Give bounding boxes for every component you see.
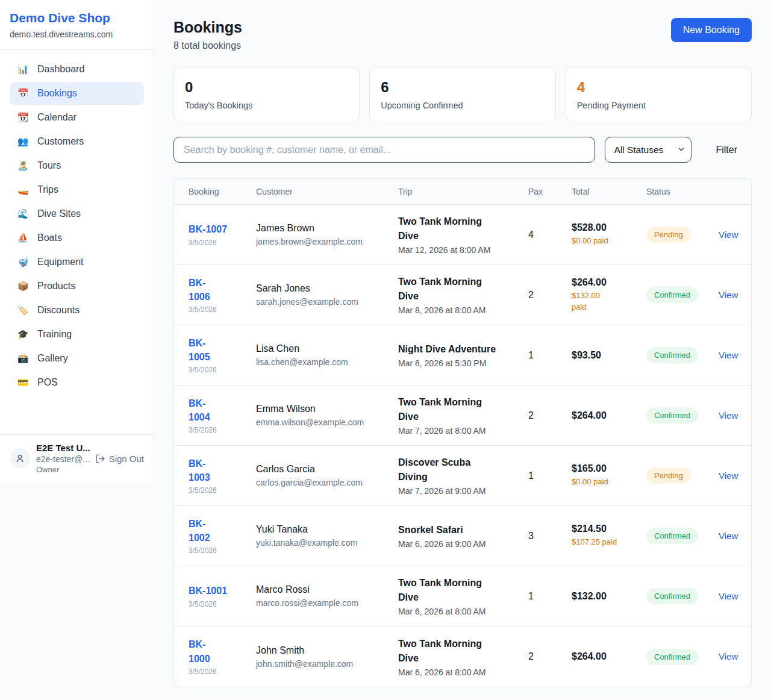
- sidebar-item-customers[interactable]: 👥Customers: [10, 130, 144, 153]
- sidebar-item-products[interactable]: 📦Products: [10, 275, 144, 298]
- sidebar-item-training[interactable]: 🎓Training: [10, 323, 144, 346]
- trip-datetime: Mar 7, 2026 at 9:00 AM: [398, 486, 510, 496]
- booking-created-date: 3/5/2026: [189, 600, 238, 608]
- bookings-icon: 📅: [17, 88, 29, 99]
- status-cell: Pending: [632, 467, 704, 484]
- booking-cell: BK- 10063/5/2026: [174, 276, 242, 314]
- actions-cell: View: [704, 230, 751, 240]
- stat-label: Upcoming Confirmed: [381, 101, 544, 110]
- sidebar-item-equipment[interactable]: 🤿Equipment: [10, 251, 144, 273]
- view-link[interactable]: View: [719, 230, 738, 240]
- table-row: BK- 10053/5/2026Lisa Chenlisa.chen@examp…: [174, 325, 751, 386]
- equipment-icon: 🤿: [17, 257, 29, 267]
- status-cell: Confirmed: [632, 347, 704, 363]
- sidebar-item-bookings[interactable]: 📅Bookings: [10, 82, 144, 105]
- booking-id-link[interactable]: BK- 1005: [189, 336, 238, 364]
- view-link[interactable]: View: [719, 470, 738, 481]
- sidebar-item-gallery[interactable]: 📸Gallery: [10, 347, 144, 370]
- status-filter-select[interactable]: All Statuses: [605, 137, 691, 163]
- customer-email: marco.rossi@example.com: [256, 598, 380, 608]
- boats-icon: ⛵: [17, 233, 29, 243]
- status-cell: Confirmed: [632, 287, 704, 303]
- customer-cell: John Smithjohn.smith@example.com: [242, 645, 384, 669]
- sidebar-item-pos[interactable]: 💳POS: [10, 371, 144, 394]
- trip-cell: Two Tank Morning DiveMar 7, 2026 at 8:00…: [384, 395, 514, 436]
- booking-cell: BK- 10003/5/2026: [174, 637, 242, 675]
- trip-name: Snorkel Safari: [398, 523, 510, 537]
- trip-name: Two Tank Morning Dive: [398, 395, 510, 424]
- customer-email: james.brown@example.com: [256, 237, 380, 246]
- page-title: Bookings: [173, 18, 242, 36]
- status-cell: Confirmed: [632, 588, 704, 604]
- column-header-status: Status: [632, 187, 704, 196]
- sidebar-item-boats[interactable]: ⛵Boats: [10, 227, 144, 249]
- shop-name[interactable]: Demo Dive Shop: [10, 11, 144, 25]
- booking-id-link[interactable]: BK-1001: [189, 584, 238, 598]
- trip-name: Two Tank Morning Dive: [398, 275, 510, 304]
- view-link[interactable]: View: [719, 410, 738, 420]
- logo-section: Demo Dive Shop demo.test.divestreams.com: [0, 0, 154, 50]
- view-link[interactable]: View: [719, 651, 738, 661]
- stat-label: Today's Bookings: [185, 101, 348, 110]
- trip-name: Discover Scuba Diving: [398, 455, 510, 484]
- total-cell: $165.00$0.00 paid: [557, 463, 632, 487]
- status-badge: Confirmed: [646, 528, 698, 544]
- booking-id-link[interactable]: BK- 1004: [189, 396, 238, 424]
- filter-button[interactable]: Filter: [701, 137, 752, 163]
- customer-cell: Lisa Chenlisa.chen@example.com: [242, 343, 384, 367]
- table-row: BK-10073/5/2026James Brownjames.brown@ex…: [174, 205, 751, 265]
- table-row: BK- 10023/5/2026Yuki Tanakayuki.tanaka@e…: [174, 506, 751, 566]
- trip-name: Two Tank Morning Dive: [398, 637, 510, 666]
- pax-cell: 2: [514, 651, 557, 662]
- trip-cell: Snorkel SafariMar 6, 2026 at 9:00 AM: [384, 523, 514, 549]
- trip-datetime: Mar 6, 2026 at 8:00 AM: [398, 667, 510, 677]
- sign-out-button[interactable]: Sign Out: [95, 454, 144, 464]
- customer-email: john.smith@example.com: [256, 659, 380, 669]
- view-link[interactable]: View: [719, 531, 738, 541]
- customer-cell: James Brownjames.brown@example.com: [242, 223, 384, 246]
- paid-amount: $0.00 paid: [572, 477, 628, 487]
- booking-id-link[interactable]: BK- 1006: [189, 276, 238, 304]
- customer-name: Emma Wilson: [256, 404, 380, 414]
- customer-name: James Brown: [256, 223, 380, 234]
- sidebar-item-tours[interactable]: 🏝️Tours: [10, 154, 144, 177]
- sidebar-item-dive-sites[interactable]: 🌊Dive Sites: [10, 202, 144, 225]
- avatar: [10, 448, 30, 469]
- user-name: E2E Test U...: [36, 443, 89, 453]
- customer-email: yuki.tanaka@example.com: [256, 538, 380, 548]
- view-link[interactable]: View: [719, 591, 738, 601]
- booking-id-link[interactable]: BK- 1003: [189, 457, 238, 484]
- table-header: BookingCustomerTripPaxTotalStatus: [174, 179, 751, 205]
- status-badge: Pending: [646, 467, 691, 484]
- tours-icon: 🏝️: [17, 160, 29, 171]
- booking-id-link[interactable]: BK- 1002: [189, 517, 238, 545]
- sidebar-item-trips[interactable]: 🚤Trips: [10, 178, 144, 201]
- sidebar-item-label: Products: [37, 281, 75, 292]
- sidebar-item-label: Customers: [37, 136, 84, 147]
- page-header: Bookings 8 total bookings New Booking: [173, 18, 752, 51]
- sidebar-item-dashboard[interactable]: 📊Dashboard: [10, 58, 144, 81]
- sign-out-icon: [95, 454, 105, 464]
- trip-cell: Night Dive AdventureMar 8, 2026 at 5:30 …: [384, 342, 514, 368]
- view-link[interactable]: View: [719, 290, 738, 300]
- stat-value: 0: [185, 79, 348, 96]
- sidebar-item-discounts[interactable]: 🏷️Discounts: [10, 299, 144, 322]
- booking-created-date: 3/5/2026: [189, 426, 238, 434]
- new-booking-button[interactable]: New Booking: [671, 18, 752, 42]
- status-badge: Confirmed: [646, 347, 698, 363]
- sidebar-item-label: Dive Sites: [37, 208, 81, 219]
- status-filter: All Statuses: [605, 137, 691, 163]
- booking-id-link[interactable]: BK-1007: [189, 222, 238, 236]
- trips-icon: 🚤: [17, 184, 29, 195]
- sidebar-item-calendar[interactable]: 📆Calendar: [10, 106, 144, 129]
- sidebar-item-label: POS: [37, 377, 58, 388]
- sidebar-item-label: Dashboard: [37, 64, 84, 75]
- search-input[interactable]: [173, 137, 595, 163]
- dashboard-icon: 📊: [17, 64, 29, 75]
- app-root: Demo Dive Shop demo.test.divestreams.com…: [0, 0, 771, 700]
- actions-cell: View: [704, 470, 751, 481]
- table-row: BK-10013/5/2026Marco Rossimarco.rossi@ex…: [174, 566, 751, 627]
- sidebar-item-label: Gallery: [37, 353, 68, 364]
- view-link[interactable]: View: [719, 350, 738, 360]
- booking-id-link[interactable]: BK- 1000: [189, 637, 238, 665]
